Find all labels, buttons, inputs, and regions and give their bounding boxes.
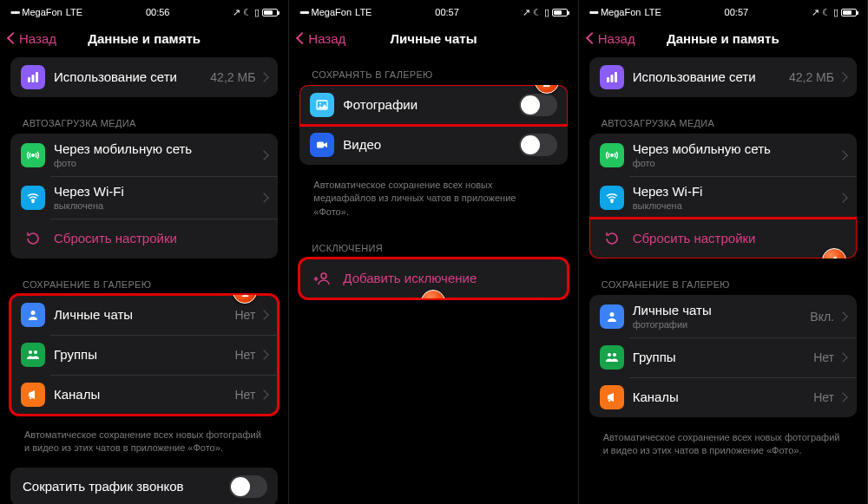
toggle[interactable] <box>229 475 267 498</box>
screen-1: ••••• MegaFon LTE 00:56 ↗☾▯ Назад Данные… <box>0 0 289 504</box>
section-footer: Автоматическое сохранение всех новых мед… <box>299 173 567 231</box>
svg-rect-14 <box>615 72 617 82</box>
group-icon <box>600 345 624 370</box>
chevron-icon <box>838 150 847 160</box>
person-icon <box>600 304 624 329</box>
svg-point-16 <box>611 200 613 202</box>
chevron-icon <box>260 193 269 202</box>
svg-point-18 <box>608 353 611 357</box>
wifi-row[interactable]: Через Wi-Fiвыключена <box>10 176 278 219</box>
section-header-gallery: СОХРАНЕНИЕ В ГАЛЕРЕЮ <box>589 267 857 295</box>
person-icon <box>21 303 45 327</box>
chevron-icon <box>838 193 847 202</box>
page-title: Данные и память <box>667 31 779 46</box>
groups-row[interactable]: Группы Нет <box>589 337 857 377</box>
nav-bar: Назад Данные и память <box>0 21 288 57</box>
status-bar: •••••MegaFonLTE 00:57 ↗☾▯ <box>579 0 867 21</box>
svg-rect-10 <box>317 142 324 148</box>
svg-rect-2 <box>36 72 38 82</box>
wifi-row[interactable]: Через Wi-Fiвыключена <box>589 176 857 219</box>
page-title: Личные чаты <box>390 31 477 46</box>
antenna-icon <box>21 143 45 167</box>
svg-point-11 <box>321 273 326 278</box>
page-title: Данные и память <box>88 31 201 46</box>
group-icon <box>21 343 45 367</box>
back-button[interactable]: Назад <box>588 31 635 46</box>
nav-bar: Назад Личные чаты <box>289 21 577 57</box>
svg-rect-13 <box>610 75 613 82</box>
status-time: 00:57 <box>435 7 459 17</box>
photo-icon <box>310 93 334 117</box>
status-time: 00:56 <box>146 7 170 17</box>
section-header-exceptions: ИСКЛЮЧЕНИЯ <box>299 231 567 259</box>
chevron-icon <box>838 72 847 82</box>
mobile-row[interactable]: Через мобильную сетьфото <box>10 134 278 176</box>
channels-row[interactable]: Каналы Нет <box>10 375 278 415</box>
reset-icon <box>21 226 45 251</box>
reset-settings-row[interactable]: Сбросить настройки <box>10 219 278 259</box>
chevron-icon <box>260 310 269 319</box>
svg-point-6 <box>29 350 32 354</box>
photos-row[interactable]: Фотографии <box>299 85 567 125</box>
network-usage-row[interactable]: Использование сети 42,2 МБ <box>10 57 278 97</box>
chevron-icon <box>838 352 847 362</box>
reset-icon <box>600 226 624 251</box>
groups-row[interactable]: Группы Нет <box>10 335 278 375</box>
svg-point-15 <box>610 154 613 156</box>
screen-2: •••••MegaFonLTE 00:57 ↗☾▯ Назад Личные ч… <box>289 0 578 504</box>
video-toggle[interactable] <box>519 134 557 156</box>
megaphone-icon <box>21 383 45 407</box>
section-footer: Автоматическое сохранение всех новых фот… <box>589 426 857 470</box>
svg-point-4 <box>32 200 34 202</box>
svg-point-19 <box>613 353 616 357</box>
svg-rect-1 <box>32 75 35 82</box>
chevron-icon <box>260 72 269 82</box>
section-header-media: АВТОЗАГРУЗКА МЕДИА <box>589 106 857 134</box>
section-header-media: АВТОЗАГРУЗКА МЕДИА <box>10 106 278 134</box>
antenna-icon <box>600 143 624 167</box>
status-bar: •••••MegaFonLTE 00:57 ↗☾▯ <box>289 0 577 21</box>
chevron-icon <box>838 392 847 402</box>
chevron-icon <box>260 389 269 399</box>
photo-toggle[interactable] <box>519 94 557 116</box>
status-bar: ••••• MegaFon LTE 00:56 ↗☾▯ <box>0 0 288 21</box>
add-person-icon <box>310 266 334 291</box>
svg-point-7 <box>34 350 37 354</box>
video-icon <box>310 133 334 157</box>
chart-icon <box>600 65 624 89</box>
section-header-gallery: СОХРАНЕНИЕ В ГАЛЕРЕЮ <box>10 267 278 295</box>
wifi-icon <box>600 186 624 210</box>
reduce-call-data-row[interactable]: Сократить трафик звонков <box>10 468 278 504</box>
channels-row[interactable]: Каналы Нет <box>589 377 857 417</box>
nav-bar: Назад Данные и память <box>579 21 867 57</box>
section-header-save: СОХРАНЯТЬ В ГАЛЕРЕЮ <box>299 57 567 85</box>
mobile-row[interactable]: Через мобильную сетьфото <box>589 134 857 176</box>
megaphone-icon <box>600 385 624 409</box>
reset-settings-row[interactable]: Сбросить настройки <box>589 219 857 259</box>
section-footer: Автоматическое сохранение всех новых фот… <box>10 423 278 468</box>
screen-3: •••••MegaFonLTE 00:57 ↗☾▯ Назад Данные и… <box>579 0 868 504</box>
chevron-icon <box>838 311 847 321</box>
exception-group-highlight: 3 Добавить исключение <box>299 259 567 298</box>
video-row[interactable]: Видео <box>299 125 567 165</box>
back-button[interactable]: Назад <box>298 31 345 46</box>
back-button[interactable]: Назад <box>9 31 56 46</box>
svg-rect-12 <box>607 77 609 82</box>
status-time: 00:57 <box>725 7 749 17</box>
svg-rect-0 <box>28 77 30 82</box>
svg-point-5 <box>31 311 36 315</box>
wifi-icon <box>21 186 45 210</box>
chevron-icon <box>260 350 269 359</box>
network-usage-row[interactable]: Использование сети 42,2 МБ <box>589 57 857 97</box>
svg-point-17 <box>609 312 614 317</box>
svg-point-9 <box>319 103 321 105</box>
chevron-icon <box>260 150 269 160</box>
svg-point-3 <box>32 154 35 156</box>
chart-icon <box>21 65 45 89</box>
private-chats-row[interactable]: Личные чатыфотографии Вкл. <box>589 295 857 337</box>
gallery-group-highlight: 1 Личные чаты Нет Группы Нет Каналы Нет <box>10 295 278 415</box>
